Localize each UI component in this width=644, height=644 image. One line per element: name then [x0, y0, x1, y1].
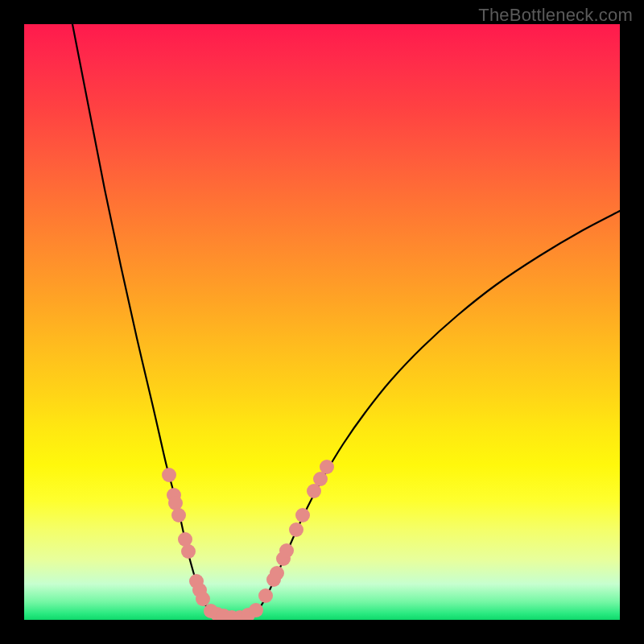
- data-marker: [279, 543, 294, 558]
- chart-svg: [24, 24, 620, 620]
- chart-frame: [24, 24, 620, 620]
- data-marker: [258, 588, 273, 603]
- data-marker: [196, 592, 210, 606]
- curve-path: [72, 24, 620, 618]
- data-marker: [162, 468, 176, 482]
- data-marker: [289, 522, 303, 537]
- data-marker: [171, 508, 186, 522]
- data-marker: [249, 603, 263, 617]
- bottleneck-curve: [72, 24, 620, 618]
- data-marker: [320, 460, 334, 474]
- data-marker: [270, 566, 284, 580]
- data-marker: [295, 508, 310, 522]
- data-marker: [181, 544, 196, 559]
- watermark-text: TheBottleneck.com: [478, 5, 633, 26]
- data-markers: [162, 460, 334, 620]
